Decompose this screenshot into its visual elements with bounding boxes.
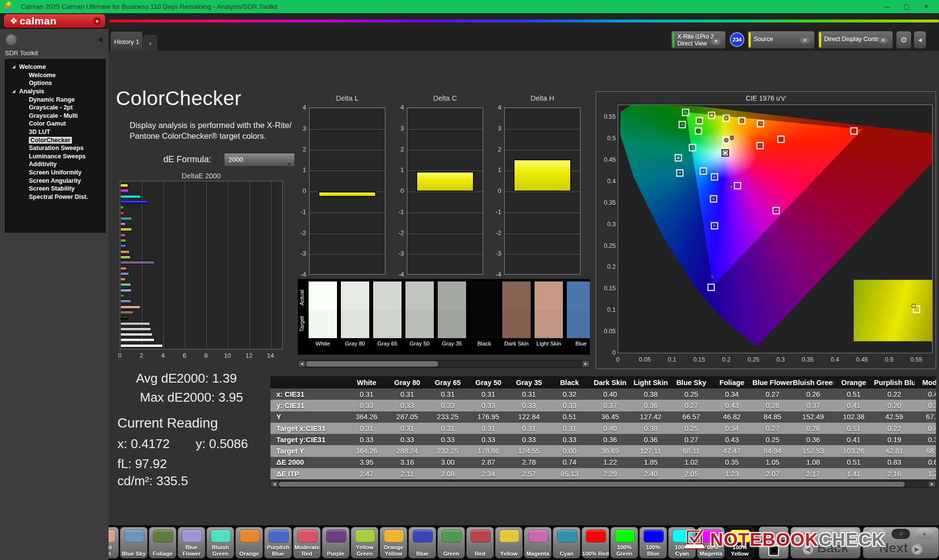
sidebar-item-dynamic-range[interactable]: Dynamic Range [5, 95, 105, 104]
patch-color-chip [211, 530, 231, 542]
de-bar [120, 222, 126, 226]
table-cell: 0.33 [549, 402, 590, 409]
calman-menu-button[interactable]: ❖ calman ▼ [4, 14, 105, 28]
calman-menu-chevron-icon[interactable]: ▼ [93, 17, 101, 25]
patch-button-green[interactable]: Green [437, 527, 465, 559]
sidebar-item-color-gamut[interactable]: Color Gamut [5, 120, 105, 128]
patch-button-orange[interactable]: Orange [235, 527, 263, 559]
scrollbar-thumb[interactable] [306, 361, 438, 366]
sidebar-item-3d-lut[interactable]: 3D LUT [5, 128, 105, 136]
patch-button-yellow-green[interactable]: Yellow Green [351, 527, 379, 559]
table-cell: 0.33 [346, 402, 387, 409]
sidebar-item-analysis[interactable]: ◢Analysis [5, 87, 105, 96]
page-description: Display analysis is performed with the X… [130, 120, 291, 141]
patch-color-chip [672, 530, 693, 542]
sidebar-item-luminance-sweeps[interactable]: Luminance Sweeps [5, 152, 105, 161]
patch-color-chip [326, 530, 346, 542]
scrollbar-thumb[interactable] [279, 482, 905, 487]
tree-expand-icon[interactable]: ◢ [12, 89, 16, 93]
table-cell: 124.55 [509, 447, 549, 455]
patch-button-light-skin[interactable]: Light Skin [109, 527, 119, 559]
patch-button-100-red[interactable]: 100% Red [581, 527, 609, 559]
sidebar-item-screen-angularity[interactable]: Screen Angularity [5, 176, 105, 185]
patch-button-100-magenta[interactable]: 100% Magenta [697, 527, 725, 559]
sidebar-item-spectral-power-dist-[interactable]: Spectral Power Dist. [5, 193, 105, 201]
patch-button-blue-flower[interactable]: Blue Flower [178, 527, 205, 559]
scroll-right-icon[interactable]: ▶ [929, 481, 936, 487]
table-scrollbar[interactable]: ◀ ▶ [270, 481, 936, 488]
y-tick-label: 0.4 [597, 178, 616, 185]
sidebar-item-additivity[interactable]: Additivity [5, 160, 105, 169]
patch-button-blue[interactable]: Blue [408, 527, 436, 559]
sidebar-item-grayscale-multi[interactable]: Grayscale - Multi [5, 112, 105, 120]
patch-button-moderate-red[interactable]: Moderate Red [293, 527, 321, 559]
capture-icon[interactable]: ▪ [794, 529, 813, 539]
add-tab-button[interactable]: + [143, 35, 157, 51]
scroll-left-icon[interactable]: ◀ [271, 481, 278, 487]
table-row: Target x:CIE310.310.310.310.310.310.310.… [270, 423, 936, 434]
stop-button[interactable] [759, 542, 788, 559]
patch-color-chip [124, 530, 144, 542]
collapse-panel-button[interactable]: ◀ [914, 31, 926, 49]
patch-button-foliage[interactable]: Foliage [149, 527, 177, 559]
patch-button-red[interactable]: Red [466, 527, 494, 559]
app-logo-icon [4, 2, 14, 12]
settings-button[interactable]: ⚙ [896, 31, 912, 49]
scroll-left-icon[interactable]: ◀ [298, 361, 305, 367]
patch-button-orange-yellow[interactable]: Orange Yellow [380, 527, 407, 559]
maximize-button[interactable]: ▢ [897, 0, 917, 13]
expand-bar-button[interactable]: ▲ [759, 527, 788, 540]
scroll-right-icon[interactable]: ▶ [582, 361, 589, 367]
minimize-button[interactable]: — [877, 0, 897, 13]
loop-icon[interactable]: ↺ [892, 529, 910, 539]
next-button-cluster[interactable]: ∞ ↺ ● Next ▶ [863, 527, 939, 559]
sidebar-collapse-button[interactable]: ◀ [95, 34, 105, 44]
table-cell: 0.31 [387, 390, 427, 398]
patch-button-bluish-green[interactable]: Bluish Green [206, 527, 234, 559]
color-patch-gray-65 [373, 281, 402, 338]
y-tick-label: -1 [487, 208, 501, 215]
table-cell: 0.27 [752, 425, 793, 432]
table-cell: 0.19 [874, 436, 915, 444]
patch-button-purplish-blue[interactable]: Purplish Blue [264, 527, 292, 559]
sidebar-item-screen-stability[interactable]: Screen Stability [5, 185, 105, 193]
patch-button-100-cyan[interactable]: 100% Cyan [668, 527, 696, 559]
y-tick-label: -4 [291, 271, 306, 278]
tab-history-1[interactable]: History 1 [111, 32, 142, 51]
display-control-dropdown[interactable]: Direct Display Control ▼ [818, 31, 893, 49]
bracket-icon[interactable]: ⁅⁆ [838, 529, 857, 539]
meter-dropdown[interactable]: X-Rite i1Pro 2Direct View ▼ [671, 31, 726, 49]
back-button[interactable]: ◀ Back [791, 541, 860, 556]
patch-button-100-blue[interactable]: 100% Blue [639, 527, 667, 559]
meter-count-badge[interactable]: 234 [730, 32, 744, 47]
measured-point [724, 116, 729, 121]
patch-button-magenta[interactable]: Magenta [524, 527, 552, 559]
sidebar-item-screen-uniformity[interactable]: Screen Uniformity [5, 169, 105, 177]
sidebar-item-welcome[interactable]: Welcome [5, 71, 105, 80]
dot-icon[interactable]: ● [915, 529, 934, 539]
gridline [505, 150, 580, 151]
close-button[interactable]: ✕ [917, 0, 936, 13]
next-button[interactable]: Next ▶ [863, 541, 939, 556]
patch-strip-scrollbar[interactable]: ◀ ▶ [298, 360, 590, 367]
patch-button-cyan[interactable]: Cyan [553, 527, 581, 559]
patch-button-blue-sky[interactable]: Blue Sky [120, 527, 148, 559]
link-icon[interactable]: ∞ [868, 529, 887, 539]
play-icon[interactable]: ▶ [816, 529, 835, 539]
sidebar-item-saturation-sweeps[interactable]: Saturation Sweeps [5, 144, 105, 152]
table-cell: 0.31 [427, 425, 468, 432]
sidebar-item-grayscale-2pt[interactable]: Grayscale - 2pt [5, 104, 105, 112]
table-cell: 0.36 [630, 402, 671, 409]
workflow-dot-button[interactable] [6, 34, 17, 45]
patch-button-100-green[interactable]: 100% Green [610, 527, 638, 559]
patch-button-100-yellow[interactable]: 100% Yellow [726, 527, 754, 559]
sidebar-item-options[interactable]: Options [5, 79, 105, 87]
de-formula-dropdown[interactable]: 2000▼ [224, 153, 295, 167]
patch-button-purple[interactable]: Purple [322, 527, 350, 559]
patch-button-yellow[interactable]: Yellow [495, 527, 523, 559]
sidebar-item-welcome[interactable]: ◢Welcome [5, 63, 105, 71]
source-dropdown[interactable]: Source ▼ [747, 31, 815, 49]
back-button-cluster[interactable]: ▪ ▶ ⁅⁆ ◀ Back [790, 527, 861, 559]
sidebar-item-colorchecker[interactable]: ColorChecker [5, 136, 105, 144]
tree-expand-icon[interactable]: ◢ [12, 65, 16, 69]
